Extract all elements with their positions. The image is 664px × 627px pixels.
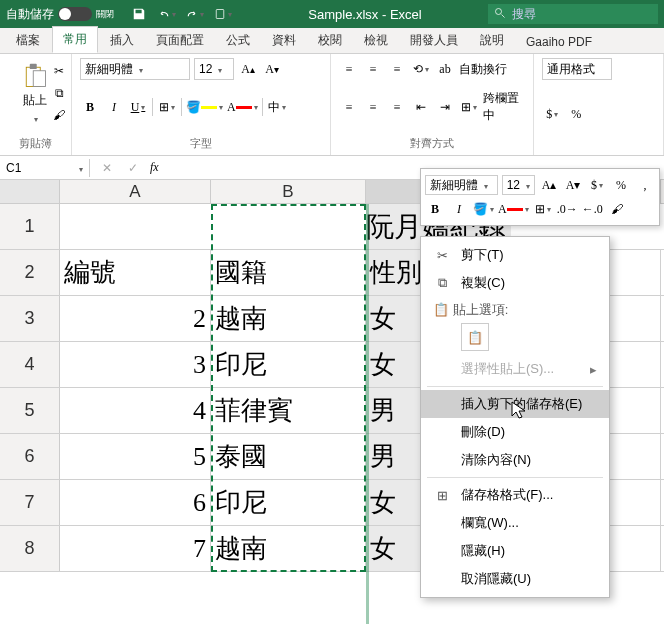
row-header-4[interactable]: 4 xyxy=(0,342,60,387)
mini-comma-icon[interactable]: , xyxy=(635,174,655,196)
mini-bold-button[interactable]: B xyxy=(425,198,445,220)
ctx-column-width[interactable]: 欄寬(W)... xyxy=(421,509,609,537)
cell-B1[interactable] xyxy=(211,204,366,249)
search-box[interactable]: 搜尋 xyxy=(488,4,658,24)
underline-button[interactable]: U xyxy=(128,96,148,118)
undo-icon[interactable] xyxy=(158,5,176,23)
tab-gaaiho[interactable]: Gaaiho PDF xyxy=(516,31,602,53)
cell-B8[interactable]: 越南 xyxy=(211,526,366,571)
cell-A4[interactable]: 3 xyxy=(60,342,211,387)
ctx-cut[interactable]: ✂剪下(T) xyxy=(421,241,609,269)
cell-A2[interactable]: 編號 xyxy=(60,250,211,295)
mini-decimal-dec-icon[interactable]: ←.0 xyxy=(582,198,603,220)
mini-percent-icon[interactable]: % xyxy=(611,174,631,196)
align-left-icon[interactable]: ≡ xyxy=(339,96,359,118)
currency-icon[interactable]: $ xyxy=(542,104,562,126)
tab-review[interactable]: 校閱 xyxy=(308,28,352,53)
tab-developer[interactable]: 開發人員 xyxy=(400,28,468,53)
mini-border-icon[interactable]: ⊞ xyxy=(533,198,553,220)
cell-A7[interactable]: 6 xyxy=(60,480,211,525)
fill-color-button[interactable]: 🪣 xyxy=(186,96,223,118)
row-header-6[interactable]: 6 xyxy=(0,434,60,479)
save-icon[interactable] xyxy=(130,5,148,23)
tab-pagelayout[interactable]: 頁面配置 xyxy=(146,28,214,53)
ctx-format-cells[interactable]: ⊞儲存格格式(F)... xyxy=(421,481,609,509)
cell-B4[interactable]: 印尼 xyxy=(211,342,366,387)
number-format-combo[interactable]: 通用格式 xyxy=(542,58,612,80)
row-header-7[interactable]: 7 xyxy=(0,480,60,525)
row-header-3[interactable]: 3 xyxy=(0,296,60,341)
row-header-2[interactable]: 2 xyxy=(0,250,60,295)
ctx-copy[interactable]: ⧉複製(C) xyxy=(421,269,609,297)
mini-decimal-inc-icon[interactable]: .0→ xyxy=(557,198,578,220)
font-size-combo[interactable]: 12 xyxy=(194,58,234,80)
tab-home[interactable]: 常用 xyxy=(52,26,98,53)
autosave-switch-icon[interactable] xyxy=(58,7,92,21)
ctx-unhide[interactable]: 取消隱藏(U) xyxy=(421,565,609,593)
cell-A6[interactable]: 5 xyxy=(60,434,211,479)
cell-A1[interactable] xyxy=(60,204,211,249)
mini-decrease-font-icon[interactable]: A▾ xyxy=(563,174,583,196)
tab-insert[interactable]: 插入 xyxy=(100,28,144,53)
format-painter-icon[interactable]: 🖌 xyxy=(50,106,68,124)
cell-B6[interactable]: 泰國 xyxy=(211,434,366,479)
name-box[interactable]: C1 xyxy=(0,159,90,177)
bold-button[interactable]: B xyxy=(80,96,100,118)
mini-increase-font-icon[interactable]: A▴ xyxy=(539,174,559,196)
cell-B5[interactable]: 菲律賓 xyxy=(211,388,366,433)
autosave-toggle[interactable]: 自動儲存 關閉 xyxy=(0,6,120,23)
mini-font-size[interactable]: 12 xyxy=(502,175,535,195)
cell-A8[interactable]: 7 xyxy=(60,526,211,571)
cell-B2[interactable]: 國籍 xyxy=(211,250,366,295)
ctx-insert-cut-cells[interactable]: 插入剪下的儲存格(E) xyxy=(421,390,609,418)
cancel-edit-icon[interactable]: ✕ xyxy=(98,159,116,177)
mini-currency-icon[interactable]: $ xyxy=(587,174,607,196)
cut-icon[interactable]: ✂ xyxy=(50,62,68,80)
cell-B7[interactable]: 印尼 xyxy=(211,480,366,525)
col-header-B[interactable]: B xyxy=(211,180,366,203)
touch-mode-icon[interactable] xyxy=(214,5,232,23)
merge-center-button[interactable]: ⊞ xyxy=(459,96,479,118)
align-bottom-icon[interactable]: ≡ xyxy=(387,58,407,80)
ctx-clear-contents[interactable]: 清除內容(N) xyxy=(421,446,609,474)
confirm-edit-icon[interactable]: ✓ xyxy=(124,159,142,177)
ctx-hide[interactable]: 隱藏(H) xyxy=(421,537,609,565)
redo-icon[interactable] xyxy=(186,5,204,23)
tab-file[interactable]: 檔案 xyxy=(6,28,50,53)
select-all-corner[interactable] xyxy=(0,180,60,203)
align-middle-icon[interactable]: ≡ xyxy=(363,58,383,80)
decrease-font-icon[interactable]: A▾ xyxy=(262,58,282,80)
wrap-text-button[interactable]: ab xyxy=(435,58,455,80)
indent-increase-icon[interactable]: ⇥ xyxy=(435,96,455,118)
font-name-combo[interactable]: 新細明體 xyxy=(80,58,190,80)
align-top-icon[interactable]: ≡ xyxy=(339,58,359,80)
align-center-icon[interactable]: ≡ xyxy=(363,96,383,118)
cell-A5[interactable]: 4 xyxy=(60,388,211,433)
mini-font-color-icon[interactable]: A xyxy=(498,198,529,220)
border-button[interactable]: ⊞ xyxy=(157,96,177,118)
paste-option-default[interactable]: 📋 xyxy=(461,323,489,351)
mini-format-painter-icon[interactable]: 🖌 xyxy=(607,198,627,220)
tab-data[interactable]: 資料 xyxy=(262,28,306,53)
copy-icon[interactable]: ⧉ xyxy=(50,84,68,102)
row-header-8[interactable]: 8 xyxy=(0,526,60,571)
align-right-icon[interactable]: ≡ xyxy=(387,96,407,118)
italic-button[interactable]: I xyxy=(104,96,124,118)
ctx-delete[interactable]: 刪除(D) xyxy=(421,418,609,446)
mini-italic-button[interactable]: I xyxy=(449,198,469,220)
increase-font-icon[interactable]: A▴ xyxy=(238,58,258,80)
mini-fill-color-icon[interactable]: 🪣 xyxy=(473,198,494,220)
row-header-1[interactable]: 1 xyxy=(0,204,60,249)
indent-decrease-icon[interactable]: ⇤ xyxy=(411,96,431,118)
percent-icon[interactable]: % xyxy=(566,104,586,126)
fx-icon[interactable]: fx xyxy=(150,160,159,175)
cell-B3[interactable]: 越南 xyxy=(211,296,366,341)
font-color-button[interactable]: A xyxy=(227,96,258,118)
orientation-icon[interactable]: ⟲ xyxy=(411,58,431,80)
phonetic-button[interactable]: 中 xyxy=(267,96,287,118)
tab-formulas[interactable]: 公式 xyxy=(216,28,260,53)
mini-font-name[interactable]: 新細明體 xyxy=(425,175,498,195)
col-header-A[interactable]: A xyxy=(60,180,211,203)
tab-help[interactable]: 說明 xyxy=(470,28,514,53)
row-header-5[interactable]: 5 xyxy=(0,388,60,433)
